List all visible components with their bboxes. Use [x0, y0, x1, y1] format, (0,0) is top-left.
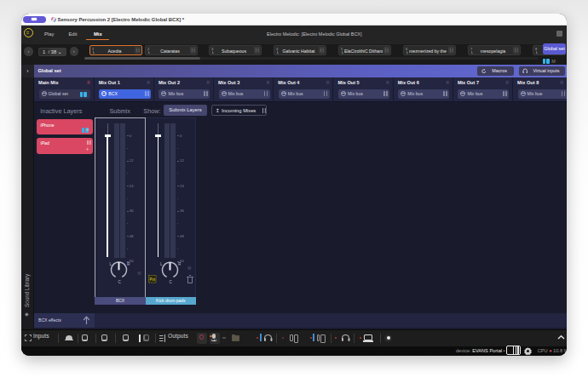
svg-text:Pvt: Pvt: [149, 277, 155, 281]
